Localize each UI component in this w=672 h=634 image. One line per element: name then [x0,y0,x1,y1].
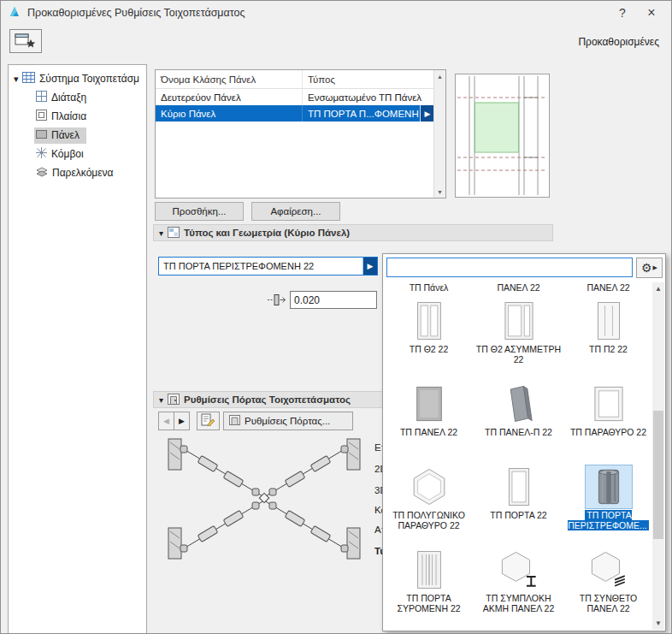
library-item-6[interactable]: ΤΠ ΠΑΡΑΘΥΡΟ 22 [563,378,652,461]
presets-label: Προκαθορισμένες [578,36,659,48]
picker-settings-button[interactable]: ⚙ ▶ [636,258,663,278]
library-item-3[interactable]: ΤΠ Π2 22 [563,295,652,378]
library-item-label: ΤΠ ΠΟΡΤΑ 22 [474,510,563,520]
flyout-arrow-icon: ▶ [368,262,374,270]
gear-icon: ⚙ [641,262,652,274]
library-item-label[interactable]: ΤΠ Πάνελ [384,282,474,295]
door-icon [496,465,542,508]
library-item-label: ΤΠ Θ2 22 [384,344,474,354]
library-item-12[interactable]: ΤΠ ΣΥΝΘΕΤΟ ΠΑΝΕΛ 22 [563,544,652,627]
sidebar-item-frames[interactable]: Πλαίσια [9,107,146,126]
scrolled-row-labels: ΤΠ Πάνελ ΠΑΝΕΛ 22 ΠΑΝΕΛ 22 [384,282,652,295]
edit-form-icon [201,413,215,429]
panel-thickness-input[interactable] [290,291,377,309]
library-item-7[interactable]: ΤΠ ΠΟΛΥΓΩΝΙΚΟ ΠΑΡΑΘΥΡΟ 22 [384,461,474,544]
library-part-grid: ΤΠ Θ2 22ΤΠ Θ2 ΑΣΥΜΜΕΤΡΗ 22ΤΠ Π2 22ΤΠ ΠΑΝ… [384,295,652,627]
library-item-label: ΤΠ ΠΑΝΕΛ 22 [384,427,474,437]
library-item-5[interactable]: ΤΠ ΠΑΝΕΛ-Π 22 [474,378,563,461]
sidebar-item-layout[interactable]: Διάταξη [9,88,146,107]
scroll-up-icon[interactable]: ▲ [434,70,445,82]
remove-button[interactable]: Αφαίρεση... [251,202,340,221]
section-title: Τύπος και Γεωμετρία (Κύριο Πάνελ) [184,228,350,238]
panel-type-dropdown[interactable]: ΤΠ ΠΟΡΤΑ ΠΕΡΙΣΤΡΕΦΟΜΕΝΗ 22 ▶ [158,257,378,276]
library-item-label: ΤΠ ΠΟΡΤΑ ΠΕΡΙΣΤΡΕΦΟΜΕ... [563,510,652,530]
sidebar-item-joints[interactable]: Κόμβοι [9,145,146,163]
tree-root-curtain-wall-system[interactable]: ▾ Σύστημα Τοιχοπετάσμ [9,69,146,88]
complex-edge-panel-icon [496,548,542,591]
column-header-type[interactable]: Τύπος [303,70,434,88]
nav-back-button[interactable]: ◀ [158,412,174,430]
section-title: Ρυθμίσεις Πόρτας Τοιχοπετάσματος [184,394,351,405]
layout-icon [36,91,47,104]
panel-class-name: Δευτερεύον Πάνελ [156,89,303,105]
section-collapse-icon[interactable]: ▾ [159,395,163,405]
scroll-down-icon[interactable]: ▼ [652,617,664,630]
library-item-label: ΤΠ ΠΟΛΥΓΩΝΙΚΟ ΠΑΡΑΘΥΡΟ 22 [384,510,474,530]
library-item-10[interactable]: ΤΠ ΠΟΡΤΑ ΣΥΡΟΜΕΝΗ 22 [384,544,474,627]
panel-class-type: ΤΠ ΠΟΡΤΑ Π...ΦΟΜΕΝΗ 22 [303,105,420,121]
edit-settings-button[interactable] [197,412,220,430]
library-item-label: ΤΠ ΣΥΜΠΛΟΚΗ ΑΚΜΗ ΠΑΝΕΛ 22 [474,593,563,613]
section-header-geometry[interactable]: ▾ Τύπος και Γεωμετρία (Κύριο Πάνελ) [153,224,553,241]
tree-root-label: Σύστημα Τοιχοπετάσμ [39,73,139,85]
search-input[interactable] [386,258,633,277]
panel-3d-icon [496,382,542,425]
row-flyout-button[interactable]: ▶ [420,105,434,121]
library-item-label: ΤΠ Π2 22 [563,344,652,354]
door-plan-preview [160,434,368,564]
panel-icon [36,129,47,142]
curtain-wall-elevation-drawing [456,74,549,197]
add-button[interactable]: Προσθήκη... [155,202,244,221]
sidebar-item-accessories[interactable]: Παρελκόμενα [9,163,146,182]
popup-scrollbar[interactable]: ▲ ▼ [652,282,664,630]
favorites-button[interactable] [9,29,42,53]
selected-panel-type: ΤΠ ΠΟΡΤΑ ΠΕΡΙΣΤΡΕΦΟΜΕΝΗ 22 [159,261,363,271]
panel-class-table: Όνομα Κλάσης Πάνελ Τύπος Δευτερεύον Πάνε… [155,69,446,198]
nav-forward-button[interactable]: ▶ [174,412,190,430]
scrollbar-thumb[interactable] [653,411,663,539]
table-row-selected[interactable]: Κύριο Πάνελ ΤΠ ΠΟΡΤΑ Π...ΦΟΜΕΝΗ 22 ▶ [156,105,434,121]
column-header-name[interactable]: Όνομα Κλάσης Πάνελ [156,70,303,88]
library-item-1[interactable]: ΤΠ Θ2 22 [384,295,474,378]
panel-class-name: Κύριο Πάνελ [156,105,303,121]
app-icon [8,5,21,21]
door-settings-tab-label: Ρυθμίσεις Πόρτας... [245,416,330,426]
library-item-label[interactable]: ΠΑΝΕΛ 22 [563,282,652,295]
table-scrollbar[interactable]: ▲ ▼ [433,70,445,198]
back-icon: ◀ [163,417,169,425]
tree-caret-icon[interactable]: ▾ [14,74,21,85]
curtain-wall-default-settings-dialog: Προκαθορισμένες Ρυθμίσεις Τοιχοπετάσματο… [0,0,672,634]
library-item-9[interactable]: ΤΠ ΠΟΡΤΑ ΠΕΡΙΣΤΡΕΦΟΜΕ... [563,461,652,544]
library-item-label[interactable]: ΠΑΝΕΛ 22 [474,282,563,295]
table-row[interactable]: Δευτερεύον Πάνελ Ενσωματωμένο ΤΠ Πάνελ [156,89,434,105]
flyout-arrow-icon: ▶ [425,110,431,118]
sidebar-item-panels[interactable]: Πάνελ [9,126,146,145]
forward-icon: ▶ [179,417,185,425]
dialog-title: Προκαθορισμένες Ρυθμίσεις Τοιχοπετάσματο… [27,7,245,19]
joints-icon [36,147,47,161]
section-collapse-icon[interactable]: ▾ [159,228,163,238]
sliding-door-icon [406,548,452,591]
flyout-arrow-icon: ▶ [653,264,657,271]
close-icon[interactable]: × [637,1,666,25]
scroll-up-icon[interactable]: ▲ [652,282,664,295]
table-header-row: Όνομα Κλάσης Πάνελ Τύπος [156,70,434,89]
panel-thickness-icon [267,293,288,309]
scroll-down-icon[interactable]: ▼ [434,186,445,198]
help-icon[interactable]: ? [608,1,637,25]
polygonal-window-icon [406,465,452,508]
library-item-11[interactable]: ΤΠ ΣΥΜΠΛΟΚΗ ΑΚΜΗ ΠΑΝΕΛ 22 [474,544,563,627]
panel-theta2-icon [406,299,452,342]
window-icon [586,382,632,425]
settings-tree: ▾ Σύστημα Τοιχοπετάσμ Διάταξη Πλαίσια Πά… [8,64,147,634]
dropdown-flyout-button[interactable]: ▶ [363,258,377,275]
door-settings-tab[interactable]: Ρυθμίσεις Πόρτας... [223,412,353,430]
frames-icon [36,110,47,123]
panel-class-type: Ενσωματωμένο ΤΠ Πάνελ [303,89,434,105]
accessories-icon [36,167,48,180]
library-item-8[interactable]: ΤΠ ΠΟΡΤΑ 22 [474,461,563,544]
library-item-2[interactable]: ΤΠ Θ2 ΑΣΥΜΜΕΤΡΗ 22 [474,295,563,378]
door-section-icon [168,394,180,406]
library-item-4[interactable]: ΤΠ ΠΑΝΕΛ 22 [384,378,474,461]
panel-p2-icon [586,299,632,342]
